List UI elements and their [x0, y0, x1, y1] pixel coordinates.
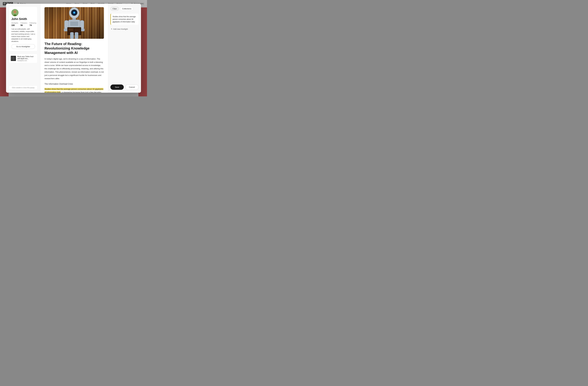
- add-icon: +: [111, 28, 112, 30]
- right-panel: Clips Collections Studies show that the …: [108, 4, 141, 93]
- related-url: hivelighter.com: [17, 60, 36, 61]
- cancel-button[interactable]: Cancel: [125, 84, 139, 90]
- svg-rect-6: [11, 57, 12, 60]
- article-intro: In today's digital age, we're drowning i…: [44, 57, 104, 80]
- svg-point-15: [74, 12, 75, 13]
- followers-value: 56: [21, 24, 27, 26]
- article-highlight-paragraph: Studies show that the average person con…: [44, 88, 104, 93]
- svg-rect-18: [70, 21, 78, 26]
- article-body: In today's digital age, we're drowning i…: [44, 57, 104, 93]
- followers-label: Followers: [21, 22, 27, 24]
- avatar-image: [11, 9, 19, 16]
- modal-overlay[interactable]: John Smith Hivelights 100 Followers 56 F…: [0, 0, 147, 96]
- user-name: John Smith: [11, 17, 35, 21]
- following-label: Following: [30, 22, 36, 24]
- svg-rect-28: [68, 29, 74, 29]
- svg-rect-8: [14, 57, 14, 60]
- hivelights-label: Hivelights: [11, 22, 18, 24]
- clip-item: Studies show that the average person con…: [110, 14, 139, 25]
- related-thumb-image: [11, 56, 16, 61]
- article-section-heading: The Information Overload Crisis: [44, 82, 104, 86]
- svg-rect-32: [75, 32, 78, 39]
- profile-card: John Smith Hivelights 100 Followers 56 F…: [9, 7, 38, 51]
- modal: John Smith Hivelights 100 Followers 56 F…: [6, 4, 141, 93]
- following-stat: Following 74: [30, 22, 36, 26]
- article-hero-image: [44, 7, 104, 39]
- tab-collections[interactable]: Collections: [120, 7, 133, 11]
- hivelights-stat: Hivelights 100: [11, 22, 18, 26]
- svg-rect-9: [14, 57, 15, 60]
- svg-point-2: [14, 11, 16, 13]
- main-content: The Future of Reading: Revolutionizing K…: [41, 4, 108, 93]
- hivelights-value: 100: [11, 24, 18, 26]
- related-title: Musk says Twitter feud with Apple bos...: [17, 56, 36, 60]
- bookshelf-background: [44, 7, 104, 39]
- add-new-label: Add new hivelight: [113, 28, 128, 30]
- tab-clips[interactable]: Clips: [110, 7, 119, 11]
- go-to-hivelighter-button[interactable]: Go to Hivelighter: [11, 44, 35, 49]
- following-value: 74: [30, 24, 36, 26]
- svg-rect-31: [70, 32, 74, 39]
- bio-text: I am an enthusiastic, self-motivated, re…: [11, 28, 35, 43]
- article-title: The Future of Reading: Revolutionizing K…: [44, 42, 104, 55]
- svg-rect-29: [68, 29, 73, 30]
- related-article-thumbnail: [11, 56, 16, 61]
- related-article-card[interactable]: Musk says Twitter feud with Apple bos...…: [9, 54, 38, 63]
- svg-rect-7: [13, 57, 13, 60]
- click-outside-hint: Click outside to close this popup: [9, 85, 38, 90]
- svg-point-4: [15, 11, 16, 12]
- save-button[interactable]: Save: [110, 84, 124, 90]
- svg-rect-30: [68, 30, 73, 30]
- left-panel: John Smith Hivelights 100 Followers 56 F…: [6, 4, 41, 93]
- robot-illustration: [63, 7, 86, 39]
- related-article-info: Musk says Twitter feud with Apple bos...…: [17, 56, 36, 61]
- avatar: [11, 9, 19, 16]
- followers-stat: Followers 56: [21, 22, 27, 26]
- tabs-row: Clips Collections: [110, 7, 139, 11]
- svg-point-3: [14, 11, 15, 12]
- action-buttons: Save Cancel: [110, 84, 139, 90]
- stats-row: Hivelights 100 Followers 56 Following 74: [11, 22, 35, 26]
- add-new-hivelight[interactable]: + Add new hivelight: [110, 27, 139, 31]
